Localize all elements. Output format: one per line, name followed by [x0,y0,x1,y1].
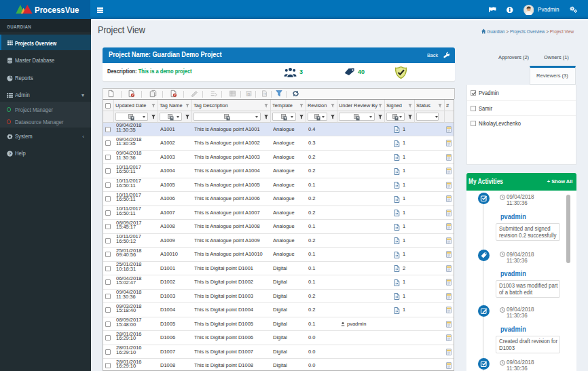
svg-text:?: ? [9,152,12,156]
svg-text:B: B [247,92,250,96]
